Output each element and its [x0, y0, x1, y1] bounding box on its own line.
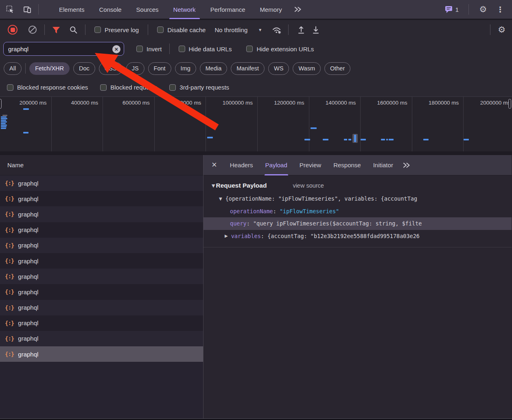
chip-css[interactable]: CSS	[99, 62, 123, 75]
clear-network-log-button[interactable]	[28, 25, 37, 34]
chip-wasm[interactable]: Wasm	[293, 62, 321, 75]
hide-data-urls-checkbox[interactable]: Hide data URLs	[179, 46, 232, 52]
tab-memory[interactable]: Memory	[253, 0, 289, 19]
blocked-requests-checkbox[interactable]: Blocked requests	[100, 84, 157, 91]
tab-network[interactable]: Network	[166, 0, 203, 19]
network-conditions-button[interactable]	[272, 25, 282, 34]
requests-panel: Name {∶}graphql{∶}graphql{∶}graphql{∶}gr…	[0, 155, 203, 418]
gear-icon: ⚙	[498, 26, 505, 34]
request-row[interactable]: {∶}graphql	[0, 346, 203, 362]
xhr-json-icon: {∶}	[5, 242, 14, 249]
blocked-response-cookies-checkbox[interactable]: Blocked response cookies	[7, 84, 88, 91]
filter-toggle-button[interactable]	[52, 26, 60, 34]
chip-fetch-xhr[interactable]: Fetch/XHR	[29, 62, 70, 75]
timeline-left-handle[interactable]	[0, 99, 2, 109]
import-har-button[interactable]	[297, 25, 306, 34]
tab-performance[interactable]: Performance	[203, 0, 253, 19]
device-toolbar-button[interactable]	[20, 2, 34, 16]
xhr-json-icon: {∶}	[5, 180, 14, 186]
request-row[interactable]: {∶}graphql	[0, 300, 203, 315]
request-row[interactable]: {∶}graphql	[0, 331, 203, 346]
wifi-gear-icon	[272, 25, 282, 34]
more-tabs-button[interactable]	[291, 2, 305, 16]
detail-tab-headers[interactable]: Headers	[225, 155, 258, 175]
request-row[interactable]: {∶}graphql	[0, 175, 203, 191]
json-value: "query ipFlowTimeseries($accountTag: str…	[253, 220, 422, 227]
throttling-select[interactable]: No throttling	[214, 26, 247, 33]
clear-filter-button[interactable]: ×	[112, 45, 120, 53]
detail-tab-payload[interactable]: Payload	[260, 155, 292, 175]
chip-ws[interactable]: WS	[268, 62, 289, 75]
checkbox-icon	[246, 46, 253, 52]
request-name: graphql	[18, 273, 38, 280]
request-row[interactable]: {∶}graphql	[0, 238, 203, 253]
invert-label: Invert	[147, 46, 162, 52]
request-row[interactable]: {∶}graphql	[0, 206, 203, 222]
request-row[interactable]: {∶}graphql	[0, 253, 203, 269]
chip-all[interactable]: All	[4, 62, 22, 75]
issues-counter[interactable]: 1	[445, 6, 459, 13]
network-settings-button[interactable]: ⚙	[498, 26, 505, 34]
gear-icon: ⚙	[479, 5, 487, 14]
expand-triangle-icon[interactable]: ▼	[219, 197, 222, 201]
detail-tabs-bar: × HeadersPayloadPreviewResponseInitiator	[203, 155, 512, 175]
payload-variables-line[interactable]: ▶ variables: {accountTag: "b12e3b2192ee5…	[203, 230, 512, 243]
toolbar-divider	[85, 24, 85, 35]
request-row[interactable]: {∶}graphql	[0, 269, 203, 284]
request-row[interactable]: {∶}graphql	[0, 315, 203, 331]
tab-sources[interactable]: Sources	[129, 0, 166, 19]
tab-console[interactable]: Console	[92, 0, 129, 19]
inspect-cursor-icon	[6, 5, 14, 13]
detail-tab-initiator[interactable]: Initiator	[368, 155, 398, 175]
close-details-button[interactable]: ×	[212, 160, 217, 169]
request-row[interactable]: {∶}graphql	[0, 191, 203, 206]
xhr-json-icon: {∶}	[5, 195, 14, 202]
chip-js[interactable]: JS	[126, 62, 144, 75]
request-payload-section[interactable]: ▼ Request Payload view source	[212, 182, 512, 189]
request-row[interactable]: {∶}graphql	[0, 284, 203, 300]
detail-tab-response[interactable]: Response	[328, 155, 366, 175]
chip-img[interactable]: Img	[175, 62, 196, 75]
export-har-button[interactable]	[311, 25, 320, 34]
checkbox-icon	[100, 84, 107, 91]
waterfall-bar	[1, 126, 7, 127]
waterfall-bar	[1, 120, 6, 121]
xhr-json-icon: {∶}	[5, 351, 14, 357]
settings-button[interactable]: ⚙	[476, 2, 490, 16]
detail-tab-preview[interactable]: Preview	[295, 155, 326, 175]
chip-manifest[interactable]: Manifest	[231, 62, 265, 75]
filter-text-input[interactable]: graphql ×	[3, 42, 124, 56]
xhr-json-icon: {∶}	[5, 227, 14, 233]
payload-operation-line[interactable]: operationName: "ipFlowTimeseries"	[203, 205, 512, 218]
chip-doc[interactable]: Doc	[73, 62, 95, 75]
hide-extension-urls-checkbox[interactable]: Hide extension URLs	[246, 46, 314, 52]
timeline-column: 2000000 ms	[464, 97, 512, 151]
inspect-element-button[interactable]	[3, 2, 17, 16]
hide-extension-urls-label: Hide extension URLs	[256, 46, 314, 52]
chip-media[interactable]: Media	[200, 62, 228, 75]
chip-font[interactable]: Font	[148, 62, 171, 75]
disable-cache-checkbox[interactable]: Disable cache	[157, 26, 206, 33]
name-column-header: Name	[7, 162, 24, 168]
view-source-link[interactable]: view source	[293, 182, 324, 189]
block-circle-icon	[28, 25, 37, 34]
record-network-log-button[interactable]	[8, 25, 18, 35]
search-network-button[interactable]	[69, 26, 78, 34]
more-detail-tabs-button[interactable]	[400, 158, 414, 172]
preserve-log-checkbox[interactable]: Preserve log	[94, 26, 139, 33]
network-overview-timeline[interactable]: 200000 ms400000 ms600000 ms800000 ms1000…	[0, 96, 512, 151]
invert-checkbox[interactable]: Invert	[136, 46, 162, 52]
payload-root-line[interactable]: ▼ {operationName: "ipFlowTimeseries", va…	[203, 192, 512, 205]
checkbox-icon	[94, 26, 101, 33]
tab-elements[interactable]: Elements	[52, 0, 92, 19]
checkbox-icon	[7, 84, 13, 91]
payload-query-line[interactable]: query: "query ipFlowTimeseries($accountT…	[203, 217, 512, 230]
payload-section-divider	[203, 247, 512, 247]
main-menu-button[interactable]: ⋮	[493, 2, 507, 16]
request-row[interactable]: {∶}graphql	[0, 222, 203, 238]
chip-other[interactable]: Other	[324, 62, 350, 75]
requests-table-header[interactable]: Name	[0, 155, 203, 175]
3rd-party-requests-checkbox[interactable]: 3rd-party requests	[169, 84, 229, 91]
expand-triangle-icon[interactable]: ▶	[225, 234, 228, 238]
timeline-right-handle[interactable]	[508, 99, 511, 109]
